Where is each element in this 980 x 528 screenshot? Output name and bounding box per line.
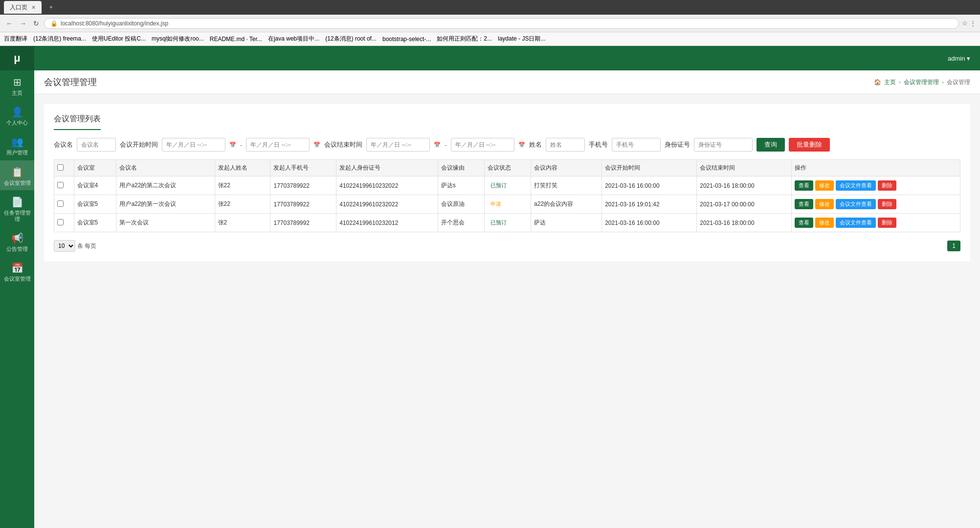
sidebar-item-task-mgmt[interactable]: 📄 任务管理管理 (0, 190, 34, 226)
end-date1-input[interactable] (366, 138, 430, 152)
meeting-name-input[interactable] (77, 138, 116, 152)
sidebar-item-user-mgmt[interactable]: 👥 用户管理 (0, 130, 34, 160)
browser-bar: ← → ↻ 🔒 localhost:8080/huiyiguanlixitong… (0, 15, 980, 32)
sidebar-item-notice-mgmt[interactable]: 📢 公告管理 (0, 226, 34, 256)
edit-btn-2[interactable]: 修改 (815, 218, 834, 228)
sidebar-item-personal[interactable]: 👤 个人中心 (0, 100, 34, 130)
row-status: 申请 (484, 195, 531, 214)
view-btn-1[interactable]: 查看 (795, 199, 813, 209)
row-check-0[interactable] (57, 182, 64, 188)
new-tab-btn[interactable]: + (44, 1, 59, 14)
delete-btn-2[interactable]: 删除 (878, 218, 896, 228)
row-check-2[interactable] (57, 219, 64, 225)
star-btn[interactable]: ☆ (962, 20, 968, 27)
bookmark-item[interactable]: (12条消息) freema... (33, 35, 86, 43)
page-header: 会议管理管理 🏠 主页 › 会议管理管理 › 会议管理 (34, 70, 980, 94)
row-reason: 会议原油 (438, 195, 484, 214)
row-actions: 查看 修改 会议文件查看 删除 (792, 195, 960, 214)
phone-input[interactable] (612, 138, 661, 152)
select-all-checkbox[interactable] (57, 164, 64, 171)
bookmark-item[interactable]: README.md · Ter... (210, 36, 262, 43)
row-start-time: 2021-03-16 16:00:00 (602, 214, 697, 232)
delete-btn-1[interactable]: 删除 (878, 199, 896, 209)
bookmark-item[interactable]: 百度翻译 (4, 35, 27, 43)
delete-btn-0[interactable]: 删除 (878, 180, 896, 191)
bookmark-item[interactable]: 使用UEditor 投稿C... (92, 35, 146, 43)
bookmark-item[interactable]: bootstrap-select-... (382, 36, 431, 43)
row-reason: 萨达s (438, 176, 484, 195)
view-btn-0[interactable]: 查看 (795, 180, 813, 191)
id-input[interactable] (694, 138, 753, 152)
bookmark-item[interactable]: (12条消息) root of... (325, 35, 377, 43)
sidebar-personal-label: 个人中心 (6, 120, 28, 126)
row-checkbox (54, 176, 74, 195)
home-icon-small: 🏠 (874, 79, 881, 86)
lock-icon: 🔒 (50, 20, 58, 27)
batch-delete-btn[interactable]: 批量删除 (789, 138, 830, 152)
tab-close-btn[interactable]: ✕ (31, 4, 36, 11)
back-btn[interactable]: ← (4, 19, 15, 28)
sidebar-item-home[interactable]: ⊞ 主页 (0, 70, 34, 100)
meeting-name-label: 会议名 (54, 140, 73, 149)
breadcrumb: 🏠 主页 › 会议管理管理 › 会议管理 (874, 78, 970, 87)
action-btns: 查看 修改 会议文件查看 删除 (795, 218, 957, 228)
col-reason: 会议缘由 (438, 160, 484, 176)
view-btn-2[interactable]: 查看 (795, 218, 813, 228)
col-start-time: 会议开始时间 (602, 160, 697, 176)
bookmark-item[interactable]: laydate - JS日期... (498, 35, 545, 43)
bookmark-item[interactable]: 在java web项目中... (268, 35, 319, 43)
date-icon4: 📅 (518, 142, 525, 148)
browser-tab[interactable]: 入口页 ✕ (4, 1, 42, 14)
row-name: 第一次会议 (116, 214, 215, 232)
sidebar-item-conf-mgmt[interactable]: 📋 会议室管理 (0, 160, 34, 190)
file-btn-2[interactable]: 会议文件查看 (836, 218, 876, 228)
sidebar-item-conf-reserve[interactable]: 📅 会议室管理 (0, 256, 34, 286)
search-btn[interactable]: 查询 (757, 138, 785, 152)
start-date1-input[interactable] (162, 138, 225, 152)
row-initiator-name: 张22 (215, 176, 270, 195)
col-name: 会议名 (116, 160, 215, 176)
url-bar[interactable]: 🔒 localhost:8080/huiyiguanlixitong/index… (44, 18, 959, 29)
row-initiator-id: 410224199610232022 (336, 195, 438, 214)
admin-label: admin ▾ (948, 55, 970, 62)
bookmark-item[interactable]: 如何用正则匹配：2... (437, 35, 492, 43)
edit-btn-0[interactable]: 修改 (815, 180, 834, 191)
end-date2-input[interactable] (451, 138, 514, 152)
menu-btn[interactable]: ⋮ (970, 20, 976, 27)
page-1-btn[interactable]: 1 (947, 241, 960, 251)
breadcrumb-conf-mgmt[interactable]: 会议管理管理 (904, 78, 939, 87)
date-sep1: - (240, 141, 242, 149)
sidebar-task-label: 任务管理管理 (2, 210, 32, 222)
col-initiator-phone: 发起人手机号 (270, 160, 336, 176)
sidebar-conf-label: 会议室管理 (4, 180, 31, 186)
breadcrumb-home[interactable]: 主页 (884, 78, 896, 87)
page-title: 会议管理管理 (44, 76, 97, 88)
row-actions: 查看 修改 会议文件查看 删除 (792, 176, 960, 195)
file-btn-1[interactable]: 会议文件查看 (836, 199, 876, 209)
admin-info[interactable]: admin ▾ (948, 55, 970, 62)
row-name: 用户a22的第一次会议 (116, 195, 215, 214)
page-size-select[interactable]: 10 20 50 (54, 240, 75, 252)
row-initiator-name: 张2 (215, 214, 270, 232)
tab-label: 入口页 (10, 3, 27, 12)
bookmarks-bar: 百度翻译 (12条消息) freema... 使用UEditor 投稿C... … (0, 32, 980, 46)
edit-btn-1[interactable]: 修改 (815, 199, 834, 209)
row-check-1[interactable] (57, 200, 64, 207)
id-label: 身份证号 (665, 140, 690, 149)
sidebar-notice-label: 公告管理 (6, 246, 28, 252)
bookmark-item[interactable]: mysql如何修改roo... (152, 35, 204, 43)
end-time-label: 会议结束时间 (324, 140, 362, 149)
browser-chrome: 入口页 ✕ + (0, 0, 980, 15)
row-room: 会议室5 (74, 214, 116, 232)
col-initiator-id: 发起人身份证号 (336, 160, 438, 176)
row-checkbox (54, 214, 74, 232)
user-mgmt-icon: 👥 (11, 136, 23, 148)
start-date2-input[interactable] (246, 138, 310, 152)
forward-btn[interactable]: → (18, 19, 28, 28)
file-btn-0[interactable]: 会议文件查看 (836, 180, 876, 191)
row-initiator-phone: 17703789922 (270, 176, 336, 195)
refresh-btn[interactable]: ↻ (31, 19, 41, 28)
table-row: 会议室4 用户a22的第二次会议 张22 17703789922 4102241… (54, 176, 960, 195)
home-icon: ⊞ (13, 76, 22, 88)
name-input[interactable] (546, 138, 585, 152)
